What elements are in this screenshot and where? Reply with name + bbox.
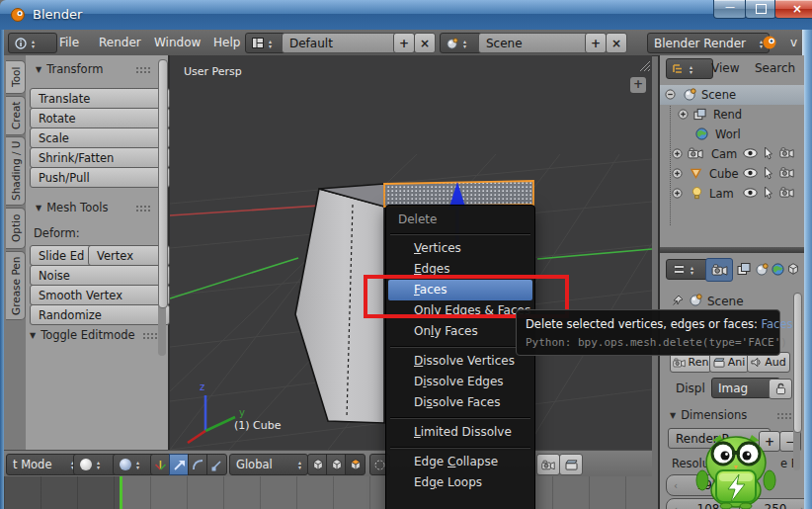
rotate-manipulator-button[interactable]: [188, 454, 208, 475]
panel-grip-icon[interactable]: [776, 412, 791, 420]
title-bar[interactable]: Blender — ×: [0, 0, 812, 31]
menu-window[interactable]: Window: [150, 30, 204, 55]
manipulator-axes-button[interactable]: [150, 454, 171, 475]
add-layout-button[interactable]: [393, 33, 415, 53]
screen-layout-name-field[interactable]: Default: [282, 33, 408, 53]
outliner-view-menu[interactable]: View: [711, 61, 739, 75]
transform-orientation-dropdown[interactable]: Global▴▾: [229, 454, 308, 475]
timeline-strip[interactable]: [4, 476, 652, 509]
rotate-button[interactable]: Rotate: [30, 108, 170, 128]
menu-item-dissolve-vertices[interactable]: Dissolve Vertices: [388, 351, 532, 372]
collapse-triangle-icon: ▼: [30, 331, 36, 340]
menu-item-dissolve-edges[interactable]: Dissolve Edges: [388, 372, 532, 392]
selectable-cursor-icon[interactable]: [764, 186, 773, 200]
region-resize-grip-icon[interactable]: [636, 57, 650, 71]
visibility-eye-icon[interactable]: [743, 148, 758, 158]
shelf-tab-create[interactable]: Creat: [6, 96, 26, 135]
shelf-tab-grease-pencil[interactable]: Grease Pen: [6, 251, 26, 320]
add-scene-button[interactable]: [585, 33, 607, 53]
outliner-row-world[interactable]: Worl: [660, 125, 804, 144]
properties-scrollbar[interactable]: [793, 293, 800, 470]
edge-select-button[interactable]: [326, 454, 347, 475]
outliner-row-lamp[interactable]: Lam: [660, 184, 804, 204]
panel-grip-icon[interactable]: [142, 332, 157, 340]
editor-splitter[interactable]: [660, 247, 804, 253]
maximize-button[interactable]: [745, 0, 776, 19]
menu-item-edge-loops[interactable]: Edge Loops: [388, 472, 532, 493]
interaction-mode-dropdown[interactable]: t Mode▴▾: [6, 454, 81, 475]
scrollbar-thumb[interactable]: [158, 59, 168, 308]
selectable-cursor-icon[interactable]: [764, 166, 773, 180]
menu-item-vertices[interactable]: Vertices: [388, 238, 532, 259]
render-image-button[interactable]: [536, 454, 560, 475]
translate-button[interactable]: Translate: [30, 88, 170, 109]
render-camera-icon: [673, 358, 686, 368]
tab-render-layers[interactable]: [733, 258, 755, 280]
face-select-button[interactable]: [345, 454, 365, 475]
pin-icon[interactable]: [672, 295, 684, 306]
outliner-editor-dropdown[interactable]: ▴▾: [666, 58, 713, 79]
menu-item-limited-dissolve[interactable]: Limited Dissolve: [388, 422, 532, 443]
scene-name-field[interactable]: Scene: [478, 33, 599, 53]
outliner-row-cube[interactable]: Cube: [660, 164, 804, 184]
renderable-camera-icon[interactable]: [779, 167, 794, 178]
shelf-tab-tools[interactable]: Tool: [6, 60, 26, 94]
panel-grip-icon[interactable]: [135, 205, 150, 212]
renderable-camera-icon[interactable]: [779, 187, 794, 198]
lock-interface-button[interactable]: [769, 379, 792, 399]
render-layers-icon: [693, 108, 706, 121]
scale-button[interactable]: Scale: [30, 127, 170, 148]
shrink-fatten-button[interactable]: Shrink/Fatten: [30, 147, 170, 168]
toggle-editmode-panel-header[interactable]: ▼ Toggle Editmode: [30, 328, 135, 342]
visibility-eye-icon[interactable]: [743, 168, 758, 178]
tool-shelf-scrollbar[interactable]: [158, 59, 166, 356]
mesh-tools-panel-header[interactable]: ▼ Mesh Tools: [36, 201, 108, 214]
menu-help[interactable]: Help: [209, 30, 244, 55]
outliner-search-menu[interactable]: Search: [755, 61, 795, 75]
collapse-minus-icon[interactable]: [665, 89, 676, 100]
outliner-row-renderlayers[interactable]: Rend: [660, 105, 804, 125]
close-button[interactable]: ×: [774, 0, 812, 19]
menu-item-dissolve-faces[interactable]: Dissolve Faces: [388, 392, 532, 413]
tab-render-properties[interactable]: [705, 258, 733, 282]
outliner-row-camera[interactable]: Cam: [660, 144, 804, 164]
tab-object-properties[interactable]: [784, 258, 802, 280]
expand-plus-icon[interactable]: [672, 148, 683, 159]
vertex-select-button[interactable]: [307, 454, 328, 475]
translate-manipulator-button[interactable]: [169, 454, 190, 475]
render-animation-button[interactable]: [559, 454, 583, 475]
render-engine-dropdown[interactable]: Blender Render▴▾: [647, 33, 770, 53]
info-editor-dropdown[interactable]: ▴▾: [8, 33, 57, 53]
expand-plus-icon[interactable]: [678, 109, 689, 120]
dimensions-panel-header[interactable]: ▼ Dimensions: [670, 408, 747, 422]
smooth-vertex-button[interactable]: Smooth Vertex: [30, 285, 170, 305]
menu-render[interactable]: Render: [95, 30, 145, 55]
randomize-button[interactable]: Randomize: [30, 304, 170, 325]
playhead-marker[interactable]: [120, 476, 122, 509]
world-icon: [695, 127, 708, 140]
menu-item-edge-collapse[interactable]: Edge Collapse: [388, 452, 532, 472]
minimize-button[interactable]: —: [713, 0, 747, 19]
properties-region-expand-button[interactable]: +: [630, 77, 646, 93]
transform-panel-header[interactable]: ▼ Transform: [36, 62, 103, 76]
expand-plus-icon[interactable]: [672, 188, 683, 199]
panel-grip-icon[interactable]: [135, 66, 150, 74]
delete-scene-button[interactable]: [606, 33, 627, 53]
visibility-eye-icon[interactable]: [743, 188, 758, 198]
lamp-icon: [691, 186, 702, 201]
expand-plus-icon[interactable]: [672, 168, 683, 179]
scrollbar-thumb[interactable]: [793, 293, 802, 433]
noise-button[interactable]: Noise: [30, 265, 170, 286]
shelf-tab-options[interactable]: Optio: [6, 208, 26, 249]
menu-item-only-faces[interactable]: Only Faces: [388, 321, 532, 342]
menu-file[interactable]: File: [55, 30, 83, 55]
outliner-row-scene[interactable]: Scene: [660, 85, 804, 105]
delete-layout-button[interactable]: [414, 33, 436, 53]
selectable-cursor-icon[interactable]: [764, 146, 773, 160]
scene-icon: [684, 88, 696, 101]
renderable-camera-icon[interactable]: [779, 147, 794, 158]
clapperboard-icon: [565, 460, 578, 470]
scale-manipulator-button[interactable]: [206, 454, 227, 475]
shelf-tab-shading[interactable]: Shading / U: [6, 136, 26, 206]
push-pull-button[interactable]: Push/Pull: [30, 167, 170, 188]
